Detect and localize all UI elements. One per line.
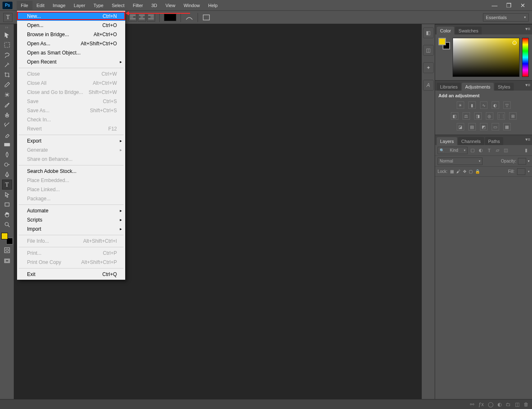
clone-stamp-tool[interactable] <box>2 110 12 120</box>
layer-effects-icon[interactable]: ƒx <box>478 402 484 407</box>
lock-pixels-icon[interactable]: 🖌 <box>456 169 460 174</box>
libraries-tab[interactable]: Libraries <box>437 83 461 91</box>
color-tab[interactable]: Color <box>437 27 454 34</box>
menu-image[interactable]: Image <box>49 1 70 10</box>
zoom-tool[interactable] <box>2 219 12 229</box>
file-menu-import[interactable]: Import <box>17 224 125 234</box>
panel-color-swatches[interactable] <box>438 38 450 49</box>
filter-smart-icon[interactable]: ◫ <box>502 147 509 154</box>
file-menu-new[interactable]: New...Ctrl+N <box>17 12 125 21</box>
marquee-tool[interactable] <box>2 40 12 50</box>
brightness-icon[interactable]: ☀ <box>457 101 464 109</box>
styles-tab[interactable]: Styles <box>495 83 514 91</box>
layers-tab[interactable]: Layers <box>437 137 457 145</box>
filter-toggle[interactable]: ▮ <box>523 147 530 154</box>
lasso-tool[interactable] <box>2 50 12 60</box>
levels-icon[interactable]: ▮ <box>468 101 476 109</box>
type-tool[interactable]: T <box>2 180 12 190</box>
character-panel-button[interactable] <box>202 13 210 22</box>
file-menu-open[interactable]: Open...Ctrl+O <box>17 21 125 30</box>
photo-filter-icon[interactable]: ◎ <box>486 112 493 120</box>
hue-slider[interactable] <box>522 38 529 77</box>
file-menu-browse-in-bridge[interactable]: Browse in Bridge...Alt+Ctrl+O <box>17 30 125 39</box>
exposure-icon[interactable]: ◐ <box>492 101 499 109</box>
invert-icon[interactable]: ◪ <box>457 123 464 131</box>
file-menu-scripts[interactable]: Scripts <box>17 215 125 224</box>
gradient-tool[interactable] <box>2 140 12 150</box>
maximize-button[interactable]: ❐ <box>504 2 514 9</box>
brush-presets-icon[interactable]: ✦ <box>423 62 434 73</box>
vibrance-icon[interactable]: ▽ <box>503 101 511 109</box>
selective-color-icon[interactable]: ▦ <box>503 123 511 131</box>
file-menu-exit[interactable]: ExitCtrl+Q <box>17 270 125 279</box>
crop-tool[interactable] <box>2 70 12 80</box>
spot-healing-tool[interactable] <box>2 90 12 100</box>
posterize-icon[interactable]: ▤ <box>468 123 476 131</box>
file-menu-open-as[interactable]: Open As...Alt+Shift+Ctrl+O <box>17 39 125 48</box>
layer-mask-icon[interactable]: ◯ <box>488 402 493 407</box>
color-balance-icon[interactable]: ⚖ <box>463 112 470 120</box>
magic-wand-tool[interactable] <box>2 60 12 70</box>
history-brush-tool[interactable] <box>2 120 12 130</box>
file-menu-open-as-smart-object[interactable]: Open as Smart Object... <box>17 48 125 57</box>
quick-mask-button[interactable] <box>2 245 12 255</box>
new-layer-icon[interactable]: ◫ <box>515 402 520 407</box>
toolbox-grip[interactable]: ›› <box>1 26 13 29</box>
menu-type[interactable]: Type <box>89 1 108 10</box>
menu-file[interactable]: File <box>17 1 32 10</box>
opacity-value[interactable] <box>518 158 526 165</box>
path-selection-tool[interactable] <box>2 190 12 200</box>
menu-3d[interactable]: 3D <box>147 1 161 10</box>
panel-foreground[interactable] <box>438 38 446 45</box>
tool-preset-picker[interactable]: T <box>3 13 12 22</box>
gradient-map-icon[interactable]: ▭ <box>492 123 499 131</box>
color-field[interactable] <box>453 38 520 77</box>
channels-tab[interactable]: Channels <box>458 137 484 145</box>
bw-icon[interactable]: ◨ <box>474 112 482 120</box>
move-tool[interactable] <box>2 30 12 40</box>
menu-select[interactable]: Select <box>108 1 129 10</box>
paths-tab[interactable]: Paths <box>485 137 503 145</box>
minimize-button[interactable]: — <box>490 2 500 9</box>
adjustments-tab[interactable]: Adjustments <box>462 83 494 91</box>
menu-edit[interactable]: Edit <box>32 1 49 10</box>
hand-tool[interactable] <box>2 209 12 219</box>
file-menu-export[interactable]: Export <box>17 136 125 145</box>
pen-tool[interactable] <box>2 170 12 180</box>
dodge-tool[interactable] <box>2 160 12 170</box>
foreground-color[interactable] <box>1 233 8 239</box>
panel-menu-icon[interactable]: ▾≡ <box>525 26 530 32</box>
eyedropper-tool[interactable] <box>2 80 12 90</box>
workspace-switcher[interactable]: Essentials ▾ <box>483 13 529 22</box>
filter-shape-icon[interactable]: ▱ <box>494 147 501 154</box>
lock-transparency-icon[interactable]: ▦ <box>450 169 454 174</box>
color-swatches[interactable] <box>1 233 13 244</box>
menu-help[interactable]: Help <box>204 1 222 10</box>
swatches-tab[interactable]: Swatches <box>455 27 482 34</box>
text-color-swatch[interactable] <box>164 14 176 21</box>
rectangle-tool[interactable] <box>2 200 12 209</box>
lock-position-icon[interactable]: ✥ <box>463 169 466 174</box>
lock-all-icon[interactable]: 🔒 <box>475 169 480 174</box>
threshold-icon[interactable]: ◩ <box>480 123 487 131</box>
fill-value[interactable] <box>517 168 525 175</box>
lock-artboard-icon[interactable]: ▢ <box>469 169 473 174</box>
menu-view[interactable]: View <box>161 1 180 10</box>
character-panel-icon[interactable]: A <box>423 80 434 91</box>
close-button[interactable]: ✕ <box>518 2 528 9</box>
blur-tool[interactable] <box>2 150 12 160</box>
menu-filter[interactable]: Filter <box>129 1 147 10</box>
layer-filter-kind[interactable]: 🔍 Kind ▾ <box>438 147 468 154</box>
file-menu-search-adobe-stock[interactable]: Search Adobe Stock... <box>17 167 125 176</box>
filter-type-icon[interactable]: T <box>486 147 492 154</box>
screen-mode-button[interactable] <box>2 256 12 266</box>
channel-mixer-icon[interactable]: ⋮⋮ <box>497 112 505 120</box>
filter-adjust-icon[interactable]: ◐ <box>478 147 484 154</box>
new-group-icon[interactable]: 🗀 <box>506 402 511 407</box>
color-lookup-icon[interactable]: ⊞ <box>509 112 517 120</box>
filter-pixel-icon[interactable]: ▢ <box>469 147 476 154</box>
delete-layer-icon[interactable]: 🗑 <box>524 402 529 407</box>
blend-mode-dropdown[interactable]: Normal▾ <box>438 158 483 165</box>
menu-layer[interactable]: Layer <box>69 1 89 10</box>
curves-icon[interactable]: ∿ <box>480 101 487 109</box>
